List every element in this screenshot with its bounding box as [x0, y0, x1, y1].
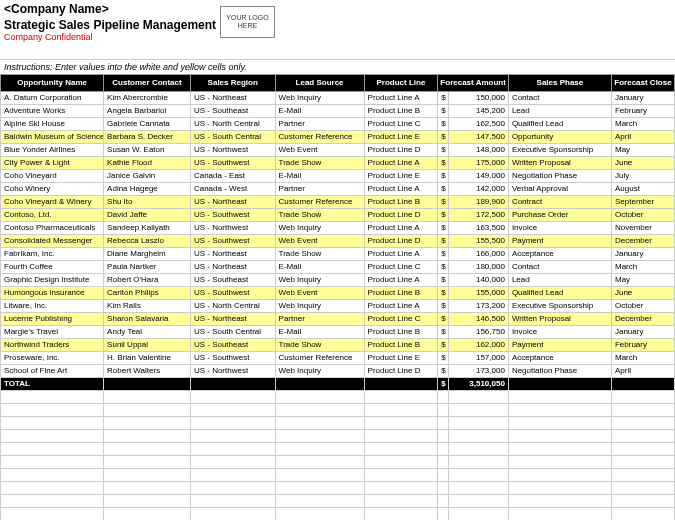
col-lead[interactable]: Lead Source — [275, 75, 364, 92]
cell-amount[interactable]: 163,500 — [449, 221, 509, 234]
cell-close[interactable]: June — [611, 156, 674, 169]
table-row[interactable]: Coho WineryAdina HagegeCanada - WestPart… — [1, 182, 675, 195]
cell-opportunity[interactable]: Proseware, Inc. — [1, 351, 104, 364]
empty-row[interactable] — [1, 468, 675, 481]
cell-phase[interactable]: Contact — [508, 260, 611, 273]
cell-contact[interactable]: Rebecca Laszlo — [104, 234, 191, 247]
empty-row[interactable] — [1, 416, 675, 429]
cell-opportunity[interactable]: City Power & Light — [1, 156, 104, 169]
cell-phase[interactable]: Qualified Lead — [508, 117, 611, 130]
cell-opportunity[interactable]: Northwind Traders — [1, 338, 104, 351]
cell-product[interactable]: Product Line E — [364, 130, 438, 143]
cell-region[interactable]: US - South Central — [190, 325, 275, 338]
cell-product[interactable]: Product Line B — [364, 338, 438, 351]
cell-product[interactable]: Product Line B — [364, 286, 438, 299]
cell-region[interactable]: US - Northwest — [190, 364, 275, 377]
cell-lead[interactable]: Web Event — [275, 143, 364, 156]
cell-region[interactable]: US - Northwest — [190, 221, 275, 234]
cell-lead[interactable]: Trade Show — [275, 208, 364, 221]
cell-region[interactable]: US - Southeast — [190, 104, 275, 117]
cell-region[interactable]: US - Southwest — [190, 351, 275, 364]
cell-close[interactable]: March — [611, 117, 674, 130]
empty-row[interactable] — [1, 507, 675, 520]
cell-amount[interactable]: 175,000 — [449, 156, 509, 169]
cell-amount[interactable]: 156,750 — [449, 325, 509, 338]
table-row[interactable]: Fourth CoffeePaula NartkerUS - Northeast… — [1, 260, 675, 273]
table-row[interactable]: Lucerne PublishingSharon SalavariaUS - N… — [1, 312, 675, 325]
table-row[interactable]: Fabrikam, Inc.Diane MargheimUS - Northea… — [1, 247, 675, 260]
cell-amount[interactable]: 162,000 — [449, 338, 509, 351]
empty-row[interactable] — [1, 403, 675, 416]
cell-contact[interactable]: Robert Walters — [104, 364, 191, 377]
cell-amount[interactable]: 180,000 — [449, 260, 509, 273]
cell-contact[interactable]: Robert O'Hara — [104, 273, 191, 286]
cell-product[interactable]: Product Line C — [364, 260, 438, 273]
logo-placeholder[interactable]: YOUR LOGO HERE — [220, 6, 275, 38]
cell-phase[interactable]: Acceptance — [508, 351, 611, 364]
cell-lead[interactable]: Web Inquiry — [275, 299, 364, 312]
empty-row[interactable] — [1, 390, 675, 403]
cell-amount[interactable]: 173,000 — [449, 364, 509, 377]
cell-region[interactable]: US - Southwest — [190, 286, 275, 299]
col-phase[interactable]: Sales Phase — [508, 75, 611, 92]
cell-contact[interactable]: H. Brian Valentine — [104, 351, 191, 364]
cell-phase[interactable]: Negotiation Phase — [508, 169, 611, 182]
cell-close[interactable]: November — [611, 221, 674, 234]
table-row[interactable]: Adventure WorksAngela BarbariolUS - Sout… — [1, 104, 675, 117]
cell-amount[interactable]: 150,000 — [449, 91, 509, 104]
cell-product[interactable]: Product Line A — [364, 221, 438, 234]
cell-region[interactable]: US - Northeast — [190, 260, 275, 273]
cell-close[interactable]: October — [611, 208, 674, 221]
cell-opportunity[interactable]: Humongous Insurance — [1, 286, 104, 299]
cell-phase[interactable]: Verbal Approval — [508, 182, 611, 195]
cell-close[interactable]: January — [611, 325, 674, 338]
cell-opportunity[interactable]: School of Fine Art — [1, 364, 104, 377]
cell-opportunity[interactable]: Consolidated Messenger — [1, 234, 104, 247]
cell-lead[interactable]: E-Mail — [275, 260, 364, 273]
cell-lead[interactable]: Partner — [275, 117, 364, 130]
cell-contact[interactable]: Andy Teal — [104, 325, 191, 338]
cell-amount[interactable]: 142,000 — [449, 182, 509, 195]
cell-close[interactable]: July — [611, 169, 674, 182]
cell-product[interactable]: Product Line B — [364, 325, 438, 338]
empty-row[interactable] — [1, 455, 675, 468]
cell-product[interactable]: Product Line A — [364, 247, 438, 260]
cell-region[interactable]: US - Northeast — [190, 91, 275, 104]
cell-lead[interactable]: Web Inquiry — [275, 221, 364, 234]
col-opportunity[interactable]: Opportunity Name — [1, 75, 104, 92]
table-row[interactable]: Alpine Ski HouseGabriele CannataUS - Nor… — [1, 117, 675, 130]
cell-contact[interactable]: Sandeep Kaliyath — [104, 221, 191, 234]
cell-close[interactable]: April — [611, 130, 674, 143]
cell-phase[interactable]: Payment — [508, 234, 611, 247]
cell-close[interactable]: March — [611, 351, 674, 364]
table-row[interactable]: Graphic Design InstituteRobert O'HaraUS … — [1, 273, 675, 286]
cell-amount[interactable]: 147,500 — [449, 130, 509, 143]
cell-phase[interactable]: Written Proposal — [508, 312, 611, 325]
cell-region[interactable]: US - Southeast — [190, 338, 275, 351]
cell-product[interactable]: Product Line D — [364, 208, 438, 221]
cell-contact[interactable]: David Jaffe — [104, 208, 191, 221]
cell-product[interactable]: Product Line E — [364, 169, 438, 182]
cell-phase[interactable]: Qualified Lead — [508, 286, 611, 299]
cell-opportunity[interactable]: Fabrikam, Inc. — [1, 247, 104, 260]
cell-contact[interactable]: Diane Margheim — [104, 247, 191, 260]
cell-opportunity[interactable]: Blue Yonder Airlines — [1, 143, 104, 156]
col-contact[interactable]: Customer Contact — [104, 75, 191, 92]
cell-close[interactable]: May — [611, 273, 674, 286]
cell-contact[interactable]: Gabriele Cannata — [104, 117, 191, 130]
cell-contact[interactable]: Angela Barbariol — [104, 104, 191, 117]
empty-row[interactable] — [1, 429, 675, 442]
cell-region[interactable]: US - Northeast — [190, 312, 275, 325]
cell-lead[interactable]: E-Mail — [275, 104, 364, 117]
table-row[interactable]: School of Fine ArtRobert WaltersUS - Nor… — [1, 364, 675, 377]
table-row[interactable]: Proseware, Inc.H. Brian ValentineUS - So… — [1, 351, 675, 364]
cell-amount[interactable]: 162,500 — [449, 117, 509, 130]
table-row[interactable]: Northwind TradersSunil UppalUS - Southea… — [1, 338, 675, 351]
cell-lead[interactable]: Trade Show — [275, 338, 364, 351]
cell-lead[interactable]: E-Mail — [275, 325, 364, 338]
cell-lead[interactable]: Customer Reference — [275, 130, 364, 143]
cell-lead[interactable]: E-Mail — [275, 169, 364, 182]
cell-phase[interactable]: Invoice — [508, 221, 611, 234]
cell-region[interactable]: US - Northeast — [190, 195, 275, 208]
table-row[interactable]: Margie's TravelAndy TealUS - South Centr… — [1, 325, 675, 338]
